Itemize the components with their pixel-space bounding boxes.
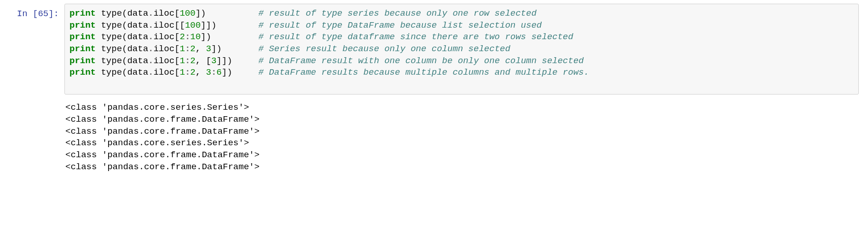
- comment: # result of type DataFrame because list …: [259, 20, 542, 30]
- output-line: <class 'pandas.core.frame.DataFrame'>: [65, 114, 858, 126]
- keyword-print: print: [69, 32, 96, 42]
- output-line: <class 'pandas.core.series.Series'>: [65, 102, 858, 114]
- input-prompt: In [65]:: [9, 8, 64, 20]
- input-cell: In [65]: print type(data.iloc[100]) # re…: [0, 0, 868, 98]
- comment: # Series result because only one column …: [259, 44, 510, 54]
- keyword-print: print: [69, 8, 96, 18]
- output-prompt-column: [9, 100, 64, 175]
- keyword-print: print: [69, 20, 96, 30]
- func-type: type: [101, 8, 122, 18]
- func-type: type: [101, 56, 122, 66]
- comment: # DataFrame result with one column be on…: [259, 56, 584, 66]
- code-input-area[interactable]: print type(data.iloc[100]) # result of t…: [64, 4, 859, 95]
- comment: # result of type dataframe since there a…: [259, 32, 573, 42]
- code-line-5: print type(data.iloc[1:2, [3]]) # DataFr…: [69, 55, 854, 67]
- func-type: type: [101, 67, 122, 77]
- code-blank-line: [69, 79, 854, 91]
- comment: # result of type series because only one…: [259, 8, 537, 18]
- func-type: type: [101, 20, 122, 30]
- code-line-3: print type(data.iloc[2:10]) # result of …: [69, 31, 854, 43]
- output-line: <class 'pandas.core.frame.DataFrame'>: [65, 161, 858, 173]
- func-type: type: [101, 32, 122, 42]
- keyword-print: print: [69, 67, 96, 77]
- code-output-area[interactable]: <class 'pandas.core.series.Series'> <cla…: [64, 100, 859, 175]
- output-line: <class 'pandas.core.frame.DataFrame'>: [65, 126, 858, 138]
- output-cell: <class 'pandas.core.series.Series'> <cla…: [0, 98, 868, 177]
- output-line: <class 'pandas.core.frame.DataFrame'>: [65, 149, 858, 161]
- code-line-4: print type(data.iloc[1:2, 3]) # Series r…: [69, 43, 854, 55]
- code-line-6: print type(data.iloc[1:2, 3:6]) # DataFr…: [69, 67, 854, 79]
- output-line: <class 'pandas.core.series.Series'>: [65, 137, 858, 149]
- keyword-print: print: [69, 56, 96, 66]
- func-type: type: [101, 44, 122, 54]
- comment: # DataFrame results because multiple col…: [259, 67, 589, 77]
- code-line-2: print type(data.iloc[[100]]) # result of…: [69, 20, 854, 32]
- keyword-print: print: [69, 44, 96, 54]
- prompt-column: In [65]:: [9, 4, 64, 95]
- code-line-1: print type(data.iloc[100]) # result of t…: [69, 8, 854, 20]
